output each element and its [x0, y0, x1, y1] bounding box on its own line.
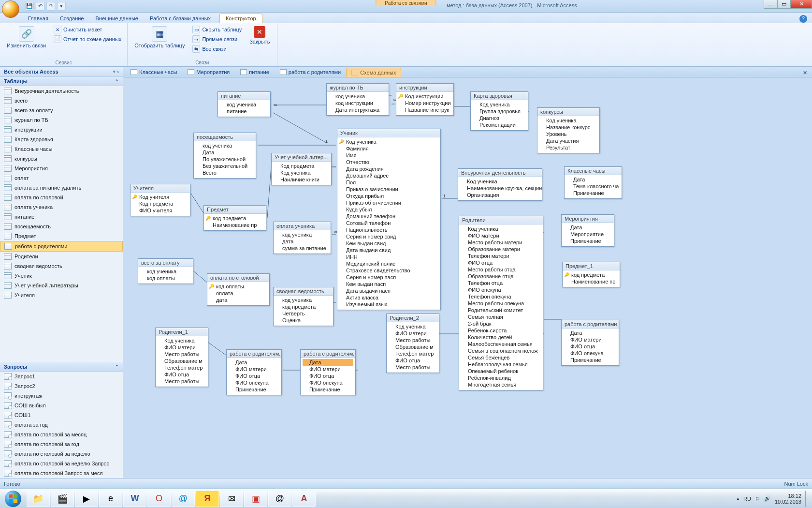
field[interactable]: Место работы отца: [461, 266, 541, 273]
nav-table-item[interactable]: оплата ученика: [0, 202, 123, 212]
field[interactable]: код ученика: [276, 231, 329, 238]
field[interactable]: Образование отца: [461, 273, 541, 280]
field[interactable]: ФИО матери: [158, 344, 206, 351]
field[interactable]: Место работы опекуна: [461, 300, 541, 307]
taskbar-media[interactable]: 🎬: [51, 491, 74, 507]
table-title[interactable]: журнал по ТБ: [327, 84, 389, 92]
field[interactable]: Актив класса: [339, 294, 438, 301]
field[interactable]: ФИО отца: [389, 357, 437, 364]
field[interactable]: ФИО отца: [229, 373, 279, 379]
nav-header[interactable]: Все объекты Access ▾«: [0, 67, 123, 77]
table-title[interactable]: Классные часы: [565, 167, 622, 175]
field[interactable]: Неблагополучная семья: [461, 361, 541, 368]
table-title[interactable]: Предмет: [204, 206, 266, 214]
table-window-instrukcii[interactable]: инструкцииКод инструкцииНомер инструкции…: [396, 83, 454, 116]
nav-table-item[interactable]: Учет учебной литературы: [0, 281, 123, 290]
table-window-oplata_uch[interactable]: оплата ученикакод ученикадатасумма за пи…: [273, 222, 331, 254]
table-window-zhurnal[interactable]: журнал по ТБкод ученикакод инструкцииДат…: [326, 83, 389, 116]
direct-relations-button[interactable]: ⇢Прямые связи: [190, 35, 244, 44]
start-button[interactable]: [0, 489, 26, 508]
field[interactable]: Код предмета: [274, 163, 329, 169]
field[interactable]: код предмета: [206, 215, 264, 222]
nav-table-item[interactable]: оплат: [0, 173, 123, 183]
field[interactable]: код ученика: [276, 297, 331, 303]
field[interactable]: Диагноз: [473, 115, 526, 121]
field[interactable]: ФИО отца: [303, 373, 353, 379]
table-window-vneur[interactable]: Внеурочная деятельностьКод ученикаНаимен…: [458, 168, 542, 201]
table-title[interactable]: питание: [218, 92, 270, 100]
chevron-down-icon[interactable]: ▾: [113, 69, 116, 74]
nav-table-item[interactable]: Мероприятия: [0, 164, 123, 173]
table-title[interactable]: Родители_1: [156, 328, 208, 336]
table-window-rabota[interactable]: работа с родителямиДатаФИО материФИО отц…: [561, 320, 619, 366]
table-window-karta[interactable]: Карта здоровьяКод ученикаГруппа здоровья…: [470, 91, 528, 131]
nav-query-item[interactable]: Запрос2: [0, 381, 123, 391]
field[interactable]: Место работы: [389, 337, 437, 344]
nav-query-item[interactable]: оплата по столовой за месяц: [0, 430, 123, 439]
table-title[interactable]: инструкции: [396, 84, 453, 92]
field[interactable]: Примечание: [303, 386, 353, 393]
taskbar-app1[interactable]: ▣: [244, 491, 267, 507]
nav-query-item[interactable]: оплата за год: [0, 420, 123, 430]
field[interactable]: Образование матери: [461, 246, 541, 253]
nav-table-item[interactable]: Карта здоровья: [0, 134, 123, 144]
field[interactable]: ФИО опекуна: [229, 379, 279, 386]
nav-table-item[interactable]: всего за оплату: [0, 105, 123, 115]
nav-query-item[interactable]: оплата по столовой за год: [0, 439, 123, 449]
field[interactable]: Ребенок-сирота: [461, 327, 541, 334]
tab-close-button[interactable]: ✕: [801, 69, 809, 77]
table-window-roditeli1[interactable]: Родители_1Код ученикаФИО материМесто раб…: [155, 328, 208, 387]
table-window-predmet1[interactable]: Предмет_1код предметаНаименование пр: [562, 262, 620, 287]
nav-group-queries[interactable]: Запросы⌃: [0, 362, 123, 372]
field[interactable]: Код инструкции: [398, 93, 451, 100]
field[interactable]: Дата: [564, 329, 617, 336]
field[interactable]: Код ученика: [461, 225, 541, 232]
relations-canvas[interactable]: 1∞∞11∞ питаниекод ученикапитаниежурнал п…: [123, 77, 812, 478]
taskbar-opera[interactable]: O: [147, 491, 171, 507]
maximize-button[interactable]: ▭: [777, 0, 791, 9]
field[interactable]: Отчество: [339, 159, 438, 165]
nav-table-item[interactable]: сводная ведомость: [0, 261, 123, 271]
nav-table-item[interactable]: всего: [0, 96, 123, 105]
nav-query-item[interactable]: оплата по столовой за неделю Запрос: [0, 459, 123, 468]
table-window-vsego[interactable]: всего за оплатукод ученикакод оплаты: [138, 258, 193, 284]
nav-query-item[interactable]: ООШ1: [0, 410, 123, 420]
nav-table-item[interactable]: питание: [0, 212, 123, 222]
nav-table-item[interactable]: журнал по ТБ: [0, 115, 123, 125]
table-title[interactable]: работа с родителями: [562, 320, 619, 329]
field[interactable]: питание: [220, 108, 268, 115]
field[interactable]: Откуда прибыл: [339, 193, 438, 199]
field[interactable]: Дата: [196, 149, 254, 156]
taskbar-mail[interactable]: @: [172, 491, 195, 507]
field[interactable]: оплата: [209, 290, 267, 297]
field[interactable]: код ученика: [140, 268, 191, 275]
field[interactable]: Наименование пр: [206, 222, 264, 228]
field[interactable]: Номер инструкции: [398, 100, 451, 106]
field[interactable]: Место работы: [158, 378, 206, 385]
office-button[interactable]: [2, 0, 19, 18]
field[interactable]: Телефон опекуна: [461, 293, 541, 300]
document-tab[interactable]: работа с родителями: [275, 67, 346, 77]
field[interactable]: Сотовый телефон: [339, 220, 438, 226]
field[interactable]: Код ученика: [158, 337, 206, 344]
table-title[interactable]: Родители: [459, 216, 543, 224]
field[interactable]: код ученика: [220, 101, 268, 108]
field[interactable]: ИНН: [339, 254, 438, 260]
field[interactable]: Мероприятие: [564, 231, 612, 238]
field[interactable]: Опекаемый ребенок: [461, 368, 541, 374]
close-button[interactable]: ✕: [791, 0, 812, 9]
field[interactable]: Место работы матери: [461, 239, 541, 246]
table-title[interactable]: Карта здоровья: [471, 92, 528, 100]
field[interactable]: Куда убыл: [339, 206, 438, 213]
field[interactable]: Изучаемый язык: [339, 301, 438, 308]
clock[interactable]: 18:12 10.02.2013: [775, 493, 801, 505]
table-window-konkursy[interactable]: конкурсыКод ученикаНазвание конкурсУрове…: [537, 107, 600, 153]
field[interactable]: Место работы: [389, 364, 437, 371]
field[interactable]: Образование м: [389, 344, 437, 350]
table-title[interactable]: Мероприятия: [562, 215, 614, 223]
nav-query-item[interactable]: оплата по столовой за неделю: [0, 449, 123, 459]
field[interactable]: Кем выдан пасп: [339, 281, 438, 287]
field[interactable]: Количество детей: [461, 334, 541, 341]
table-window-uchet[interactable]: Учет учебной литер...Код предметаКод уче…: [271, 153, 332, 185]
close-relations-button[interactable]: ✕ Закрыть: [246, 25, 273, 45]
